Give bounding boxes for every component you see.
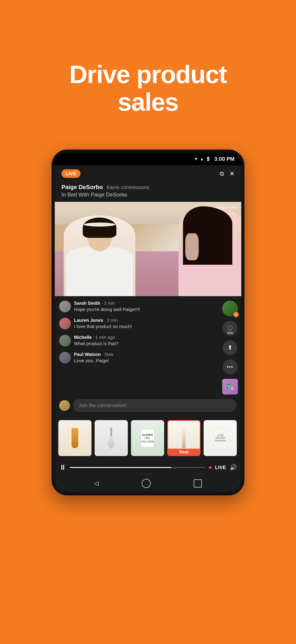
more-button[interactable]: ••• <box>223 360 237 374</box>
stream-title: In Bed With Paige DeSorbo <box>61 192 235 198</box>
comment-text-3: What product is that? <box>74 341 118 346</box>
back-nav-icon[interactable]: ◁ <box>94 480 99 487</box>
comment-body-3: Michelle · 1 min ago What product is tha… <box>74 335 118 346</box>
status-icons: ▼ ▲ 🔋 3:00 PM <box>194 156 235 162</box>
product-tile-1[interactable] <box>58 420 92 456</box>
comment-item: Sarah Smith · 3 min Hope you're doing we… <box>59 301 214 312</box>
comment-item: Paul Watson · Now Love you, Paige! <box>59 352 214 364</box>
live-label: LIVE <box>215 464 226 470</box>
hero-section: Drive product sales <box>69 29 227 134</box>
comments-list: Sarah Smith · 3 min Hope you're doing we… <box>55 301 219 394</box>
battery-icon: 🔋 <box>206 156 211 162</box>
stream-host-name: Paige DeSorbo <box>61 184 103 190</box>
comment-meta-1: Sarah Smith · 3 min <box>74 301 140 306</box>
follow-plus-button[interactable]: + <box>233 312 239 317</box>
likes-count: 598 <box>227 331 233 335</box>
comment-meta-4: Paul Watson · Now <box>74 352 114 357</box>
earns-commissions: Earns commissions <box>107 184 149 190</box>
amazon-live-watermark: amazon live <box>217 205 238 210</box>
chat-user-avatar <box>59 400 70 411</box>
live-badge: LIVE <box>61 169 81 178</box>
product-tile-5[interactable]: 12,000DREAMSinterpreted <box>204 420 237 456</box>
top-bar: LIVE ⧉ ✕ <box>55 165 241 182</box>
progress-track[interactable] <box>70 467 205 468</box>
pause-button[interactable]: ⏸ <box>59 463 66 472</box>
share-icon: ⬆ <box>228 344 233 351</box>
comment-meta-2: Lauren Jones · 2 min <box>74 318 132 323</box>
product-tile-4[interactable]: Deal <box>167 420 200 456</box>
nav-bar: ◁ <box>55 474 241 492</box>
chat-input-area: Join the conversation! <box>55 399 241 416</box>
volume-icon[interactable]: 🔊 <box>230 464 237 471</box>
playback-bar: ⏸ LIVE 🔊 <box>55 460 241 474</box>
product-icon-4 <box>177 427 191 449</box>
progress-fill <box>70 467 171 468</box>
product-icon-3: ELEMISPRO-COLLAGEN <box>141 427 154 449</box>
comment-item: Michelle · 1 min ago What product is tha… <box>59 335 214 346</box>
product-icon-2 <box>105 427 118 449</box>
more-icon: ••• <box>227 364 233 370</box>
status-time: 3:00 PM <box>214 156 235 162</box>
top-bar-actions: ⧉ ✕ <box>220 170 235 178</box>
comments-section: Sarah Smith · 3 min Hope you're doing we… <box>55 296 241 399</box>
product-tile-3[interactable]: ELEMISPRO-COLLAGEN <box>131 420 164 456</box>
hero-line2: sales <box>118 88 178 116</box>
comment-meta-3: Michelle · 1 min ago <box>74 335 118 340</box>
comment-body-1: Sarah Smith · 3 min Hope you're doing we… <box>74 301 140 312</box>
stream-info: Paige DeSorbo Earns commissions In Bed W… <box>55 182 241 202</box>
share-button[interactable]: ⬆ <box>223 340 237 355</box>
comment-text-2: I love that product so much! <box>74 324 132 329</box>
product-icon-1 <box>68 427 82 449</box>
comment-avatar-1 <box>59 301 71 312</box>
comment-body-2: Lauren Jones · 2 min I love that product… <box>74 318 132 329</box>
comment-avatar-2 <box>59 318 71 330</box>
hero-line1: Drive product <box>69 60 227 88</box>
signal-icon: ▲ <box>200 157 204 162</box>
phone-frame: ▼ ▲ 🔋 3:00 PM LIVE ⧉ ✕ Paige DeSorbo Ear… <box>52 150 244 495</box>
status-bar: ▼ ▲ 🔋 3:00 PM <box>55 153 241 165</box>
product-thumbnail-side[interactable]: 🛍️ <box>222 379 238 394</box>
chat-placeholder: Join the conversation! <box>78 402 127 408</box>
product-strip: ELEMISPRO-COLLAGEN Deal 12,000DREAMSinte… <box>55 416 241 460</box>
close-icon[interactable]: ✕ <box>229 170 235 178</box>
host-avatar-container[interactable]: + <box>222 301 238 316</box>
live-indicator-dot <box>209 466 211 469</box>
side-actions: + ♡ 598 ⬆ ••• 🛍️ <box>219 301 241 394</box>
video-area: amazon live <box>55 202 241 296</box>
deal-badge: Deal <box>168 449 200 456</box>
pip-icon[interactable]: ⧉ <box>220 170 224 177</box>
comment-body-4: Paul Watson · Now Love you, Paige! <box>74 352 114 363</box>
hero-title: Drive product sales <box>69 61 227 116</box>
like-button[interactable]: ♡ 598 <box>223 321 237 336</box>
product-tile-2[interactable] <box>95 420 128 456</box>
product-icon-5: 12,000DREAMSinterpreted <box>213 427 227 449</box>
comment-avatar-3 <box>59 335 71 346</box>
home-nav-icon[interactable] <box>142 479 151 488</box>
comment-avatar-4 <box>59 352 71 364</box>
app-content: LIVE ⧉ ✕ Paige DeSorbo Earns commissions… <box>55 165 241 492</box>
chat-input[interactable]: Join the conversation! <box>73 399 237 412</box>
wifi-icon: ▼ <box>194 157 198 162</box>
comment-item: Lauren Jones · 2 min I love that product… <box>59 318 214 330</box>
comment-text-1: Hope you're doing well Paige!!!! <box>74 307 140 312</box>
recents-nav-icon[interactable] <box>194 480 202 488</box>
comment-text-4: Love you, Paige! <box>74 358 114 363</box>
